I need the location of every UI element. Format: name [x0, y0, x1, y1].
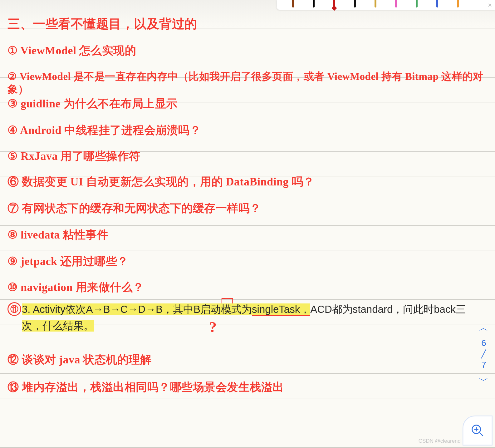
note-line: ⑬ 堆内存溢出，栈溢出相同吗？哪些场景会发生栈溢出 [7, 380, 486, 394]
page-current: 6 [478, 337, 489, 349]
color-swatch[interactable] [436, 0, 438, 7]
svg-line-1 [480, 433, 483, 436]
typed-seg-underline: singleTask， [252, 303, 310, 316]
note-line: ⑩ navigation 用来做什么？ [7, 280, 486, 294]
color-swatch[interactable] [354, 0, 356, 7]
note-line: ⑤ RxJava 用了哪些操作符 [7, 149, 486, 163]
color-swatch[interactable] [333, 0, 335, 9]
page-navigator: ︿ 6 ╱ 7 ﹀ [478, 323, 489, 385]
note-line: ④ Android 中线程挂了进程会崩溃吗？ [7, 123, 486, 137]
typed-seg: ACD都为standard，问此时back三 [310, 303, 466, 315]
section-title: 三、一些看不懂题目，以及背过的 [7, 16, 486, 32]
zoom-in-icon [470, 423, 485, 438]
color-swatch[interactable] [416, 0, 418, 7]
note-line: ⑫ 谈谈对 java 状态机的理解 [7, 353, 486, 367]
note-line: ② ViewModel 是不是一直存在内存中（比如我开启了很多页面，或者 Vie… [7, 70, 486, 96]
color-swatch[interactable] [292, 0, 294, 7]
typed-seg: 次，什么结果。 [22, 320, 94, 332]
question-mark-annotation: ? [209, 318, 217, 336]
page-sep: ╱ [478, 349, 489, 359]
color-swatch[interactable] [395, 0, 397, 7]
color-swatch[interactable] [457, 0, 459, 7]
page-total: 7 [478, 359, 489, 371]
watermark: CSDN @clearend [419, 438, 461, 444]
circled-number: ⑪ [7, 302, 21, 316]
page-up-button[interactable]: ︿ [478, 323, 489, 332]
typed-seg: Activity依次A→B→C→D→B，其中B启动模式为 [33, 303, 252, 315]
page-indicator: 6 ╱ 7 [478, 337, 489, 371]
note-line: ⑦ 有网状态下的缓存和无网状态下的缓存一样吗？ [7, 201, 486, 215]
note-line: ⑧ livedata 粘性事件 [7, 228, 486, 242]
page-down-button[interactable]: ﹀ [478, 376, 489, 385]
zoom-in-button[interactable] [463, 416, 493, 446]
note-page: × 三、一些看不懂题目，以及背过的 ① ViewModel 怎么实现的 ② Vi… [0, 0, 495, 448]
note-line: ⑥ 数据变更 UI 自动更新怎么实现的，用的 DataBinding 吗？ [7, 175, 486, 189]
close-icon[interactable]: × [488, 1, 492, 9]
note-line: ① ViewModel 怎么实现的 [7, 44, 486, 58]
typed-seg: 3. [22, 303, 33, 315]
pasted-question: 3. Activity依次A→B→C→D→B，其中B启动模式为singleTas… [22, 301, 486, 334]
color-toolbar: × [277, 0, 495, 10]
color-swatch[interactable] [313, 0, 315, 7]
note-line: ⑨ jetpack 还用过哪些？ [7, 254, 486, 268]
note-line: ③ guidline 为什么不在布局上显示 [7, 97, 486, 111]
color-swatch[interactable] [375, 0, 376, 7]
